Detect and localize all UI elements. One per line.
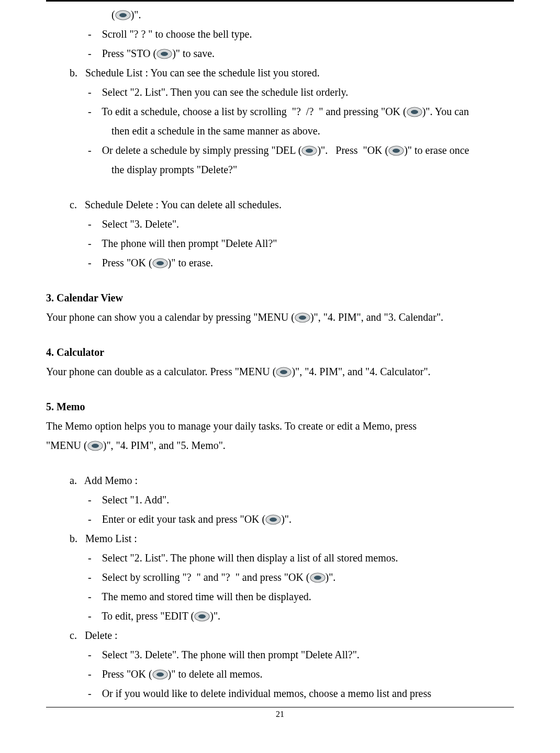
text: Schedule List : You can see the schedule…: [85, 67, 320, 78]
svg-point-7: [306, 149, 313, 153]
dash-item: - Select "1. Add".: [46, 491, 514, 509]
text: then edit a schedule in the same manner …: [111, 125, 320, 137]
text: The phone will then prompt "Delete All?": [102, 238, 277, 249]
sub-b-head: b. Schedule List : You can see the sched…: [46, 64, 514, 82]
section-5-title: 5. Memo: [46, 398, 514, 416]
text: Select "2. List". The phone will then di…: [102, 552, 398, 564]
softkey-icon: [301, 145, 317, 156]
section-4-title: 4. Calculator: [46, 343, 514, 362]
text: Select "2. List". Then you can see the s…: [102, 86, 349, 98]
svg-point-1: [119, 13, 127, 17]
softkey-icon: [295, 312, 310, 323]
svg-point-3: [161, 52, 168, 56]
dash-item: - Enter or edit your task and press "OK …: [46, 510, 514, 529]
softkey-icon: [152, 258, 168, 268]
softkey-icon: [87, 441, 103, 451]
dash-item: - Scroll "? ? " to choose the bell type.: [46, 25, 514, 43]
dash-item: - The memo and stored time will then be …: [46, 588, 514, 606]
sub-c-head: c. Schedule Delete : You can delete all …: [46, 196, 514, 214]
section-5-body2: "MENU ()", "4. PIM", and "5. Memo".: [46, 436, 514, 455]
softkey-icon: [276, 367, 292, 377]
dash-item: - Press "OK ()" to delete all memos.: [46, 665, 514, 683]
svg-point-11: [156, 261, 164, 265]
softkey-icon: [156, 49, 172, 59]
svg-point-19: [270, 518, 277, 522]
fragment-top: ( )".: [46, 6, 514, 24]
dash-item: - Select by scrolling "? " and "? " and …: [46, 568, 514, 587]
softkey-icon: [265, 514, 281, 525]
dash-item: - To edit, press "EDIT ()".: [46, 607, 514, 625]
svg-point-17: [92, 444, 99, 448]
svg-point-5: [411, 110, 418, 114]
text: Schedule Delete : You can delete all sch…: [85, 199, 282, 210]
dash-item: - Select "3. Delete".: [46, 215, 514, 233]
softkey-icon: [407, 107, 422, 117]
softkey-icon: [115, 10, 131, 20]
svg-point-21: [314, 576, 321, 580]
softkey-icon: [152, 669, 168, 680]
svg-point-9: [393, 149, 400, 153]
softkey-icon: [388, 145, 404, 156]
memo-b-head: b. Memo List :: [46, 530, 514, 548]
dash-item: - To edit a schedule, choose a list by s…: [46, 103, 514, 121]
softkey-icon: [194, 611, 210, 622]
dash-item: - Press "OK ()" to erase.: [46, 254, 514, 272]
section-3-body: Your phone can show you a calendar by pr…: [46, 308, 514, 327]
dash-item-cont: the display prompts "Delete?": [46, 161, 514, 179]
text: Select "3. Delete". The phone will then …: [102, 649, 360, 660]
dash-item-cont: then edit a schedule in the same manner …: [46, 122, 514, 140]
text: The memo and stored time will then be di…: [102, 591, 311, 602]
text: Or if you would like to delete individua…: [102, 688, 431, 699]
section-3-title: 3. Calendar View: [46, 289, 514, 307]
memo-a-head: a. Add Memo :: [46, 471, 514, 490]
svg-point-25: [156, 672, 164, 677]
softkey-icon: [310, 572, 326, 583]
svg-point-15: [280, 370, 287, 374]
svg-point-23: [198, 614, 206, 619]
text: Scroll "? ? " to choose the bell type.: [102, 28, 252, 40]
text: Add Memo :: [84, 475, 138, 486]
text: Memo List :: [85, 533, 137, 544]
page-number: 21: [46, 707, 514, 724]
section-4-body: Your phone can double as a calculator. P…: [46, 363, 514, 381]
text: Delete :: [85, 630, 118, 641]
dash-item: - Or delete a schedule by simply pressin…: [46, 141, 514, 160]
dash-item: - Select "2. List". The phone will then …: [46, 549, 514, 567]
text: Select "1. Add".: [102, 494, 170, 505]
text: the display prompts "Delete?": [111, 164, 237, 175]
svg-point-13: [299, 316, 306, 320]
dash-item: - The phone will then prompt "Delete All…: [46, 234, 514, 253]
section-5-body1: The Memo option helps you to manage your…: [46, 417, 514, 435]
dash-item: - Press "STO ()" to save.: [46, 44, 514, 63]
dash-item: - Select "2. List". Then you can see the…: [46, 83, 514, 102]
memo-c-head: c. Delete :: [46, 626, 514, 645]
text: Select "3. Delete".: [102, 218, 179, 230]
dash-item: - Or if you would like to delete individ…: [46, 684, 514, 703]
dash-item: - Select "3. Delete". The phone will the…: [46, 646, 514, 664]
